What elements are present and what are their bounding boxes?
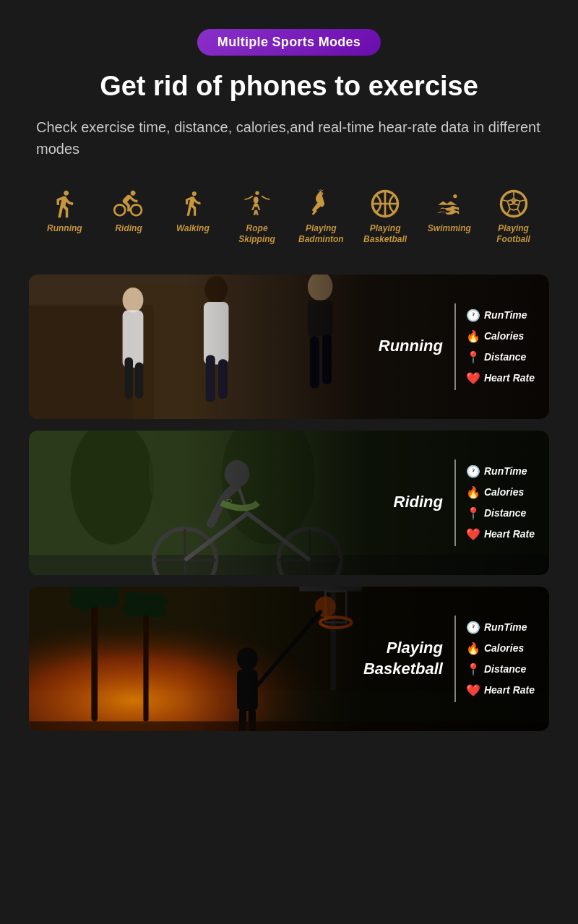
running-stats: 🕐 RunTime 🔥 Calories 📍 Distance ❤️ Heart…: [466, 308, 535, 385]
distance-stat-2: 📍 Distance: [466, 506, 535, 520]
sport-item-football: PlayingFootball: [481, 189, 545, 246]
fire-icon-2: 🔥: [466, 485, 479, 499]
runtime-stat-2: 🕐 RunTime: [466, 465, 535, 478]
badminton-icon: [306, 189, 336, 219]
svg-point-1: [319, 191, 324, 195]
swimming-icon: [434, 189, 465, 219]
sport-item-running: Running: [33, 189, 97, 235]
page-wrapper: Multiple Sports Modes Get rid of phones …: [0, 0, 578, 760]
sport-item-swimming: Swimming: [418, 189, 482, 235]
heartrate-label-3: Heart Rate: [484, 684, 535, 696]
sport-label-walking: Walking: [176, 223, 210, 235]
riding-icon: [113, 189, 144, 219]
svg-line-3: [321, 189, 324, 191]
runtime-label-3: RunTime: [484, 621, 527, 633]
heart-icon-2: ❤️: [466, 527, 479, 541]
running-icon: [49, 189, 79, 219]
heartrate-stat-3: ❤️ Heart Rate: [466, 683, 535, 697]
svg-line-13: [519, 199, 525, 201]
svg-rect-36: [29, 555, 549, 575]
svg-point-6: [453, 194, 457, 197]
sport-item-riding: Riding: [97, 189, 161, 235]
distance-stat: 📍 Distance: [466, 350, 535, 364]
distance-label: Distance: [484, 351, 526, 363]
svg-line-15: [517, 209, 520, 214]
heartrate-label: Heart Rate: [484, 372, 535, 384]
subtext: Check exercise time, distance, calories,…: [29, 116, 549, 160]
rope-skipping-icon: [242, 189, 272, 219]
calories-stat: 🔥 Calories: [466, 329, 535, 343]
svg-rect-59: [299, 587, 361, 591]
runtime-stat-3: 🕐 RunTime: [466, 621, 535, 634]
running-card-divider: [454, 303, 456, 390]
sport-label-rope-skipping: RopeSkipping: [238, 223, 275, 246]
pin-icon: 📍: [466, 350, 479, 364]
sport-label-running: Running: [47, 223, 82, 235]
pin-icon-2: 📍: [466, 506, 479, 520]
calories-stat-2: 🔥 Calories: [466, 485, 535, 499]
calories-label: Calories: [484, 330, 524, 342]
distance-stat-3: 📍 Distance: [466, 662, 535, 676]
sport-item-basketball: PlayingBasketball: [353, 189, 418, 246]
svg-point-0: [255, 191, 259, 194]
headline: Get rid of phones to exercise: [29, 70, 549, 103]
fire-icon-3: 🔥: [466, 642, 479, 655]
basketball-activity-name: PlayingBasketball: [363, 638, 443, 679]
heart-icon: ❤️: [466, 371, 479, 385]
sport-item-walking: Walking: [161, 189, 225, 235]
riding-card-divider: [454, 459, 456, 546]
walking-icon: [178, 189, 208, 219]
running-card: Running 🕐 RunTime 🔥 Calories 📍 Distance: [29, 275, 549, 419]
runtime-stat: 🕐 RunTime: [466, 308, 535, 322]
svg-line-16: [507, 209, 510, 214]
riding-activity-name: Riding: [394, 492, 443, 513]
runtime-label-2: RunTime: [484, 465, 527, 477]
football-icon: [499, 189, 529, 219]
activity-cards: Running 🕐 RunTime 🔥 Calories 📍 Distance: [29, 275, 549, 731]
clock-icon-2: 🕐: [466, 465, 479, 478]
basketball-card-divider: [454, 616, 456, 702]
riding-card: R Riding 🕐 RunTime 🔥 Calories 📍: [29, 431, 549, 575]
clock-icon: 🕐: [466, 308, 479, 322]
sport-label-swimming: Swimming: [428, 223, 471, 235]
svg-line-2: [319, 189, 322, 191]
badge-wrapper: Multiple Sports Modes: [29, 29, 549, 56]
calories-stat-3: 🔥 Calories: [466, 642, 535, 655]
fire-icon: 🔥: [466, 329, 479, 343]
sports-modes-badge: Multiple Sports Modes: [197, 29, 381, 56]
heartrate-label-2: Heart Rate: [484, 528, 535, 540]
basketball-card: PlayingBasketball 🕐 RunTime 🔥 Calories 📍…: [29, 587, 549, 731]
sports-row: Running Riding Walking: [29, 189, 549, 246]
distance-label-3: Distance: [484, 663, 526, 675]
riding-card-content: Riding 🕐 RunTime 🔥 Calories 📍 Distance: [29, 448, 549, 558]
sport-label-badminton: PlayingBadminton: [298, 223, 344, 246]
sport-label-football: PlayingFootball: [496, 223, 530, 246]
runtime-label: RunTime: [484, 309, 527, 321]
heartrate-stat: ❤️ Heart Rate: [466, 371, 535, 385]
basketball-card-content: PlayingBasketball 🕐 RunTime 🔥 Calories 📍…: [29, 604, 549, 714]
svg-line-14: [502, 199, 507, 201]
basketball-icon: [370, 189, 400, 219]
distance-label-2: Distance: [484, 507, 526, 519]
heart-icon-3: ❤️: [466, 683, 479, 697]
pin-icon-3: 📍: [466, 662, 479, 676]
svg-rect-68: [29, 721, 549, 731]
running-activity-name: Running: [379, 336, 443, 357]
sport-label-riding: Riding: [115, 223, 142, 235]
clock-icon-3: 🕐: [466, 621, 479, 634]
sport-item-badminton: PlayingBadminton: [289, 189, 353, 246]
basketball-stats: 🕐 RunTime 🔥 Calories 📍 Distance ❤️ Heart…: [466, 621, 535, 697]
heartrate-stat-2: ❤️ Heart Rate: [466, 527, 535, 541]
calories-label-3: Calories: [484, 642, 524, 654]
riding-stats: 🕐 RunTime 🔥 Calories 📍 Distance ❤️ Heart…: [466, 465, 535, 541]
running-card-content: Running 🕐 RunTime 🔥 Calories 📍 Distance: [29, 292, 549, 402]
calories-label-2: Calories: [484, 486, 524, 498]
sport-label-basketball: PlayingBasketball: [363, 223, 407, 246]
sport-item-rope-skipping: RopeSkipping: [225, 189, 289, 246]
